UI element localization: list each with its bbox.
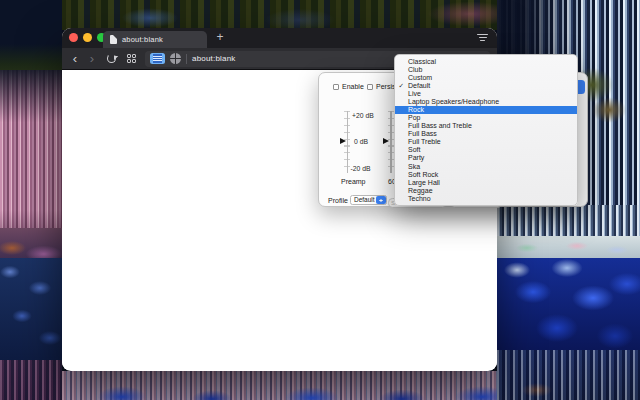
forward-button[interactable]: › [85, 49, 99, 69]
grid-icon[interactable] [127, 54, 136, 63]
preset-menu-item[interactable]: ✓ Soft Rock [395, 171, 577, 179]
desktop-wallpaper-blue-boulders [497, 258, 640, 356]
band60-slider-track[interactable] [390, 111, 392, 173]
reload-icon[interactable] [107, 54, 116, 63]
desktop-wallpaper-left-reflection [0, 360, 62, 400]
preset-menu-item-label: Laptop Speakers/Headphone [408, 98, 499, 105]
title-bar[interactable]: about:blank + [62, 28, 497, 48]
preset-menu-item[interactable]: ✓ Club [395, 66, 577, 74]
tab-list-menu-icon[interactable] [477, 34, 488, 43]
desktop-wallpaper-left-rocks [0, 258, 62, 368]
preset-menu-item[interactable]: ✓ Reggae [395, 187, 577, 195]
profile-select[interactable]: Default [350, 195, 387, 205]
desktop-wallpaper-top [0, 0, 640, 30]
equalizer-bars-glyph [153, 54, 162, 63]
preset-dropdown-menu: ✓ Classical ✓ Club ✓ Custom ✓ Default ✓ … [394, 54, 578, 206]
desktop-wallpaper-left-top [0, 0, 62, 80]
db-plus20-label: +20 dB [352, 112, 374, 119]
preset-menu-item[interactable]: ✓ Custom [395, 74, 577, 82]
tab-title: about:blank [122, 35, 163, 44]
preset-menu-item[interactable]: ✓ Full Bass and Treble [395, 122, 577, 130]
preset-menu-item-label: Reggae [408, 187, 433, 194]
browser-tab[interactable]: about:blank [103, 31, 207, 48]
back-button[interactable]: ‹ [68, 49, 82, 69]
preset-menu-item-label: Rock [408, 106, 424, 113]
db-minus20-label: -20 dB [351, 165, 371, 172]
desktop-wallpaper-left-mid [0, 228, 62, 270]
preset-menu-item-label: Classical [408, 58, 436, 65]
profile-select-stepper-icon[interactable] [376, 196, 386, 204]
preset-menu-item-label: Default [408, 82, 430, 89]
enable-label: Enable [342, 83, 364, 90]
preset-menu-item[interactable]: ✓ Default [395, 82, 577, 90]
preset-menu-item[interactable]: ✓ Ska [395, 163, 577, 171]
preset-menu-item[interactable]: ✓ Rock [395, 106, 577, 114]
preset-menu-item-label: Custom [408, 74, 432, 81]
preset-menu-item-label: Full Treble [408, 138, 441, 145]
desktop-wallpaper-pink-icicles [0, 70, 62, 245]
enable-checkbox[interactable] [333, 84, 339, 90]
band60-slider-thumb[interactable] [383, 138, 389, 144]
preset-menu-item-label: Soft Rock [408, 171, 438, 178]
url-text[interactable]: about:blank [192, 54, 236, 63]
screen: about:blank + ‹ › about:blank Enable [0, 0, 640, 400]
desktop-wallpaper-right-bottom [497, 350, 640, 400]
db-zero-label: 0 dB [354, 138, 368, 145]
equalizer-extension-icon[interactable] [150, 53, 165, 64]
preset-menu-item[interactable]: ✓ Party [395, 154, 577, 162]
preset-menu-item[interactable]: ✓ Pop [395, 114, 577, 122]
preamp-slider-track[interactable] [347, 111, 349, 173]
preset-menu-item-label: Club [408, 66, 422, 73]
desktop-wallpaper-icicle-fringe [497, 205, 640, 238]
preset-menu-item-label: Techno [408, 195, 431, 202]
preset-menu-item[interactable]: ✓ Classical [395, 58, 577, 66]
globe-icon[interactable] [170, 53, 181, 64]
preset-menu-item[interactable]: ✓ Laptop Speakers/Headphone [395, 98, 577, 106]
preset-menu-item-label: Pop [408, 114, 420, 121]
preset-menu-item-label: Full Bass [408, 130, 437, 137]
page-icon [110, 35, 117, 44]
preset-menu-item-label: Party [408, 154, 424, 161]
url-separator [186, 54, 187, 64]
preset-menu-item-label: Large Hall [408, 179, 440, 186]
preset-menu-item[interactable]: ✓ Live [395, 90, 577, 98]
preset-menu-item[interactable]: ✓ Full Treble [395, 138, 577, 146]
new-tab-button[interactable]: + [212, 29, 228, 46]
checkmark-icon: ✓ [399, 82, 404, 90]
close-window-button[interactable] [69, 33, 78, 42]
desktop-wallpaper-ice-pool [497, 236, 640, 260]
preset-menu-item-label: Soft [408, 146, 420, 153]
profile-label: Profile [328, 197, 348, 204]
preset-menu-item-label: Full Bass and Treble [408, 122, 472, 129]
persist-checkbox[interactable] [367, 84, 373, 90]
preset-menu-item[interactable]: ✓ Full Bass [395, 130, 577, 138]
desktop-wallpaper-bottom [62, 371, 497, 400]
preset-menu-item-label: Live [408, 90, 421, 97]
preset-menu-item[interactable]: ✓ Techno [395, 195, 577, 203]
preamp-label: Preamp [341, 178, 366, 185]
preset-menu-item[interactable]: ✓ Soft [395, 146, 577, 154]
preset-menu-item-label: Ska [408, 163, 420, 170]
preset-menu-item[interactable]: ✓ Large Hall [395, 179, 577, 187]
minimize-window-button[interactable] [83, 33, 92, 42]
preamp-slider-thumb[interactable] [340, 138, 346, 144]
profile-select-value: Default [351, 196, 376, 204]
